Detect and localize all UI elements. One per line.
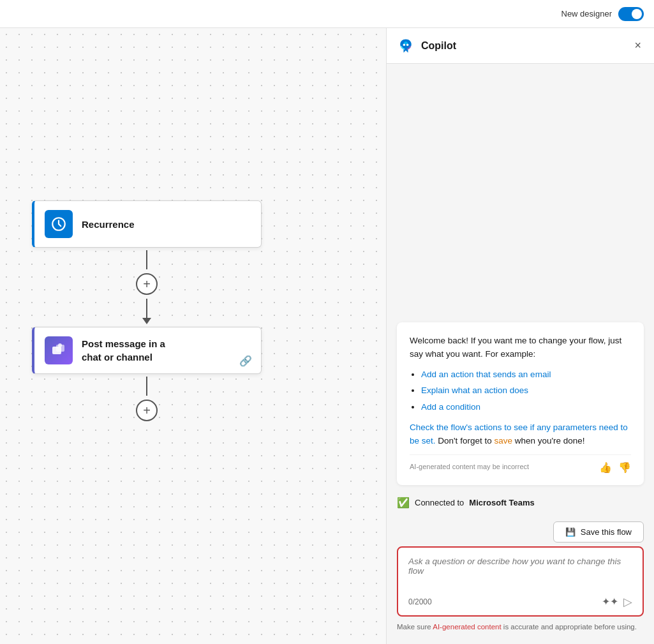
teams-node[interactable]: Post message in achat or channel 🔗 [32, 327, 262, 374]
feedback-row: 👍 👎 [599, 461, 631, 474]
flow-canvas[interactable]: Recurrence + Post messa [0, 28, 386, 644]
ai-disclaimer: AI-generated content may be incorrect [410, 461, 529, 473]
save-row: 💾 Save this flow [397, 521, 644, 545]
followup-save: save [494, 436, 512, 446]
recurrence-icon-bg [45, 210, 73, 238]
main-layout: Recurrence + Post messa [0, 28, 654, 644]
connector-2: + [136, 377, 158, 425]
followup-dontforget: Don't forget to [438, 436, 494, 446]
link-icon: 🔗 [239, 355, 252, 367]
example-item-1: Add an action that sends an email [421, 368, 631, 382]
add-step-button-1[interactable]: + [136, 273, 158, 295]
disclaimer-ai: AI-generated content [433, 623, 501, 631]
recurrence-title: Recurrence [82, 219, 135, 230]
example-item-3: Add a condition [421, 400, 631, 414]
example-1-text: Add an action that sends an email [421, 370, 551, 379]
add-step-button-2[interactable]: + [136, 400, 158, 421]
copilot-close-button[interactable]: × [632, 36, 644, 55]
thumbs-up-button[interactable]: 👍 [599, 461, 612, 474]
send-button[interactable]: ▷ [623, 595, 632, 609]
copilot-logo-icon [397, 37, 415, 55]
thumbs-down-button[interactable]: 👎 [618, 461, 631, 474]
char-count: 0/2000 [408, 597, 432, 606]
ai-footer: AI-generated content may be incorrect 👍 … [410, 454, 631, 474]
line-2 [146, 299, 147, 318]
copilot-body: Welcome back! If you want me to change y… [387, 64, 654, 521]
connected-service: Microsoft Teams [469, 498, 534, 507]
example-3-text: Add a condition [421, 402, 480, 412]
message-followup: Check the flow's actions to see if any p… [410, 421, 631, 448]
connector-1: + [136, 250, 158, 324]
top-bar: New designer [0, 0, 654, 28]
teams-title: Post message in achat or channel [82, 337, 165, 364]
example-item-2: Explain what an action does [421, 384, 631, 398]
line-1 [146, 250, 147, 269]
copilot-input-field[interactable] [408, 557, 632, 587]
copilot-bottom: 💾 Save this flow 0/2000 ✦✦ ▷ Make sure A… [387, 521, 654, 644]
sparkle-button[interactable]: ✦✦ [602, 595, 618, 608]
disclaimer-prefix: Make sure [397, 623, 433, 631]
teams-icon-bg [45, 336, 73, 364]
save-btn-label: Save this flow [581, 527, 632, 537]
teams-icon [50, 341, 68, 359]
example-2-text: Explain what an action does [421, 386, 528, 395]
new-designer-label: New designer [561, 9, 613, 19]
disclaimer-text: Make sure AI-generated content is accura… [397, 617, 644, 635]
input-footer: 0/2000 ✦✦ ▷ [408, 595, 632, 609]
arrow-1 [142, 318, 151, 324]
save-disk-icon: 💾 [565, 527, 576, 537]
svg-point-5 [406, 43, 409, 46]
check-circle-icon: ✅ [397, 497, 410, 509]
copilot-title: Copilot [421, 40, 456, 52]
svg-point-3 [58, 343, 62, 347]
input-actions: ✦✦ ▷ [602, 595, 632, 609]
new-designer-toggle[interactable] [618, 7, 644, 21]
line-3 [146, 377, 147, 396]
copilot-title-row: Copilot [397, 37, 456, 55]
svg-point-4 [403, 43, 406, 46]
copilot-input-area[interactable]: 0/2000 ✦✦ ▷ [397, 546, 644, 617]
connected-row: ✅ Connected to Microsoft Teams [397, 494, 644, 511]
copilot-header: Copilot × [387, 28, 654, 64]
copilot-message-bubble: Welcome back! If you want me to change y… [397, 322, 644, 485]
recurrence-node[interactable]: Recurrence [32, 200, 262, 248]
followup-end: when you're done! [512, 436, 585, 446]
message-examples-list: Add an action that sends an email Explai… [421, 368, 631, 414]
disclaimer-suffix: is accurate and appropriate before using… [502, 623, 637, 631]
clock-icon [50, 216, 67, 232]
save-flow-button[interactable]: 💾 Save this flow [553, 521, 644, 543]
connected-label: Connected to [415, 498, 464, 507]
flow-diagram: Recurrence + Post messa [32, 200, 262, 428]
copilot-panel: Copilot × Welcome back! If you want me t… [386, 28, 654, 644]
message-intro: Welcome back! If you want me to change y… [410, 334, 631, 361]
top-spacer [397, 74, 644, 313]
